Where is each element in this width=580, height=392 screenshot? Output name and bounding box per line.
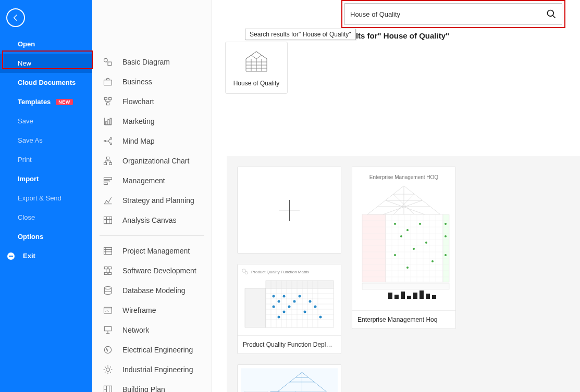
template-house-of-quality[interactable]: House Of Quality: [237, 364, 341, 392]
app-body: Open New Cloud Documents Templates NEW S…: [0, 0, 580, 392]
svg-point-97: [445, 235, 447, 237]
sidebar-item-cloud[interactable]: Cloud Documents: [0, 73, 92, 92]
exit-icon: [7, 252, 15, 260]
category-wireframe[interactable]: </> Wireframe: [92, 300, 212, 320]
sidebar-item-templates[interactable]: Templates NEW: [0, 92, 92, 111]
network-icon: [103, 325, 113, 335]
svg-rect-18: [104, 217, 112, 223]
matrix-preview-icon: [241, 278, 338, 330]
category-software-dev[interactable]: Software Development: [92, 261, 212, 281]
svg-point-61: [314, 306, 317, 308]
org-chart-icon: [103, 156, 113, 166]
category-building-plan[interactable]: Building Plan: [92, 380, 212, 392]
template-product-quality[interactable]: Product Quality Function Matrix: [237, 264, 341, 354]
category-label: Project Management: [122, 247, 190, 255]
svg-point-98: [445, 254, 447, 256]
svg-point-11: [110, 143, 112, 144]
svg-point-10: [110, 137, 112, 139]
new-badge: NEW: [56, 99, 73, 105]
sidebar-item-print[interactable]: Print: [0, 150, 92, 169]
search-tooltip: Search results for" House of Quality": [245, 29, 356, 40]
category-database[interactable]: Database Modeling: [92, 281, 212, 300]
category-analysis-canvas[interactable]: Analysis Canvas: [92, 210, 212, 230]
sidebar-item-options[interactable]: Options: [0, 227, 92, 246]
svg-point-63: [304, 311, 306, 313]
template-blank[interactable]: [237, 167, 341, 254]
svg-rect-106: [426, 294, 430, 299]
category-basic-diagram[interactable]: Basic Diagram: [92, 52, 212, 72]
category-label: Flowchart: [122, 97, 154, 106]
category-industrial[interactable]: Industrial Engineering: [92, 360, 212, 380]
sidebar-item-save-as[interactable]: Save As: [0, 131, 92, 150]
svg-rect-14: [109, 162, 112, 165]
svg-rect-13: [104, 162, 107, 165]
shapes-icon: [103, 57, 113, 67]
result-tile-label: House of Quality: [233, 80, 280, 87]
category-network[interactable]: Network: [92, 320, 212, 340]
category-org-chart[interactable]: Organizational Chart: [92, 151, 212, 171]
svg-rect-103: [407, 296, 411, 299]
svg-rect-19: [104, 247, 112, 254]
sidebar-item-label: Exit: [23, 252, 35, 260]
svg-rect-5: [107, 103, 109, 105]
category-label: Business: [122, 78, 152, 86]
category-label: Database Modeling: [122, 286, 186, 295]
plus-icon: [238, 167, 341, 253]
category-label: Network: [122, 326, 149, 334]
svg-rect-12: [107, 157, 109, 159]
svg-point-89: [419, 223, 421, 225]
svg-rect-6: [106, 121, 107, 125]
building-icon: [103, 384, 113, 392]
search-icon[interactable]: [546, 9, 557, 19]
category-label: Software Development: [122, 267, 196, 275]
sidebar-item-label: Templates: [18, 98, 51, 106]
svg-point-64: [278, 316, 280, 319]
category-mind-map[interactable]: Mind Map: [92, 131, 212, 151]
preview-title: Product Quality Function Matrix: [251, 270, 310, 274]
svg-rect-2: [104, 80, 112, 85]
category-marketing[interactable]: Marketing: [92, 111, 212, 131]
sidebar-item-open[interactable]: Open: [0, 34, 92, 54]
category-flowchart[interactable]: Flowchart: [92, 92, 212, 111]
svg-rect-66: [362, 214, 386, 282]
svg-rect-108: [241, 368, 338, 392]
svg-rect-20: [104, 267, 107, 269]
category-electrical[interactable]: Electrical Engineering: [92, 340, 212, 360]
sidebar-item-save[interactable]: Save: [0, 111, 92, 131]
hoq-preview-icon: [354, 183, 453, 303]
svg-point-33: [245, 271, 248, 274]
svg-rect-35: [266, 281, 334, 288]
svg-point-57: [293, 300, 296, 303]
sidebar-item-exit[interactable]: Exit: [0, 246, 92, 265]
search-input[interactable]: [350, 10, 546, 18]
category-divider: [100, 235, 204, 236]
template-preview: [238, 365, 341, 392]
back-button[interactable]: [6, 8, 25, 27]
svg-rect-8: [110, 118, 112, 125]
svg-point-90: [400, 235, 402, 237]
svg-rect-107: [432, 295, 436, 299]
svg-point-9: [104, 140, 106, 142]
sidebar-item-import[interactable]: Import: [0, 169, 92, 188]
sidebar-item-close[interactable]: Close: [0, 208, 92, 227]
category-business[interactable]: Business: [92, 72, 212, 92]
sidebar-item-new[interactable]: New: [0, 54, 92, 73]
result-tile-house-of-quality[interactable]: House of Quality: [225, 42, 288, 94]
svg-point-59: [273, 306, 275, 308]
category-strategy[interactable]: Strategy and Planning: [92, 191, 212, 210]
template-label: Product Quality Function Deployment: [238, 335, 341, 353]
search-box-highlight: [341, 0, 565, 28]
arrow-left-icon: [11, 14, 20, 22]
svg-point-96: [445, 223, 447, 225]
category-management[interactable]: Management: [92, 171, 212, 191]
search-box[interactable]: [344, 3, 562, 25]
svg-rect-4: [109, 98, 112, 100]
category-project-management[interactable]: Project Management: [92, 241, 212, 261]
svg-rect-30: [104, 386, 112, 392]
category-label: Electrical Engineering: [122, 346, 193, 354]
template-preview: Product Quality Function Matrix: [238, 264, 341, 335]
chart-icon: [103, 116, 113, 127]
sidebar-item-export[interactable]: Export & Send: [0, 188, 92, 208]
template-enterprise-hoq[interactable]: Enterprise Management HOQ: [352, 167, 456, 329]
template-label: Enterprise Management Hoq: [352, 310, 455, 328]
